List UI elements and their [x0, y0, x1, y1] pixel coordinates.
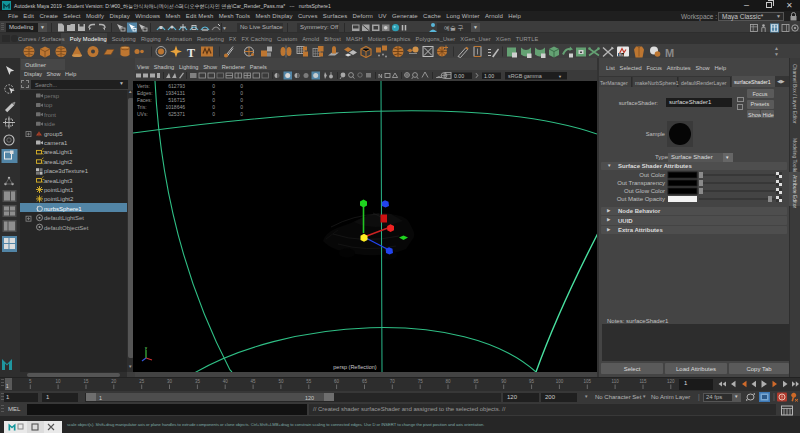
svg-text:areaLight3: areaLight3: [44, 177, 73, 183]
svg-text:110: 110: [612, 379, 620, 384]
svg-text:Out Transparency: Out Transparency: [617, 180, 665, 186]
svg-text:0: 0: [240, 104, 243, 110]
svg-text:Faces:: Faces:: [137, 97, 152, 103]
svg-text:0: 0: [212, 97, 215, 103]
svg-text:25: 25: [139, 379, 145, 384]
svg-text:side: side: [44, 121, 56, 127]
svg-text:50: 50: [278, 379, 284, 384]
svg-text:1018646: 1018646: [166, 104, 186, 110]
svg-text:5: 5: [29, 379, 32, 384]
svg-text:45: 45: [251, 379, 257, 384]
svg-text:60: 60: [334, 379, 340, 384]
svg-text:group5: group5: [44, 130, 63, 136]
svg-text:612793: 612793: [168, 83, 185, 89]
svg-text:Tris:: Tris:: [137, 104, 147, 110]
svg-text:40: 40: [223, 379, 229, 384]
svg-text:T: T: [187, 46, 195, 59]
svg-text:70: 70: [390, 379, 396, 384]
svg-text:85: 85: [473, 379, 479, 384]
svg-text:camera1: camera1: [44, 140, 68, 146]
svg-text:nurbsSphere1: nurbsSphere1: [44, 205, 82, 211]
svg-text:UVs:: UVs:: [137, 111, 148, 117]
svg-text:front: front: [44, 111, 56, 117]
svg-text:top: top: [44, 102, 53, 108]
svg-text:M: M: [665, 47, 674, 59]
svg-text:20: 20: [111, 379, 117, 384]
svg-text:55: 55: [306, 379, 312, 384]
svg-text:areaLight2: areaLight2: [44, 158, 73, 164]
svg-text:0: 0: [240, 83, 243, 89]
svg-text:▼: ▼: [222, 25, 227, 31]
svg-text:30: 30: [167, 379, 173, 384]
svg-text:sRGB gamma: sRGB gamma: [508, 73, 542, 79]
svg-text:persp (Reflection): persp (Reflection): [333, 364, 377, 370]
svg-text:90: 90: [501, 379, 507, 384]
svg-text:80: 80: [445, 379, 451, 384]
svg-text:pointLight1: pointLight1: [44, 187, 74, 193]
svg-text:0: 0: [240, 97, 243, 103]
svg-text:Out Glow Color: Out Glow Color: [624, 188, 665, 194]
svg-text:625371: 625371: [168, 111, 185, 117]
svg-text:pointLight2: pointLight2: [44, 196, 74, 202]
svg-text:0: 0: [240, 90, 243, 96]
svg-text:65: 65: [362, 379, 368, 384]
svg-text:Out Color: Out Color: [639, 172, 665, 178]
svg-text:areaLight1: areaLight1: [44, 149, 73, 155]
svg-text:100: 100: [556, 379, 564, 384]
svg-text:75: 75: [418, 379, 424, 384]
svg-text:10: 10: [56, 379, 62, 384]
svg-text:Edges:: Edges:: [137, 90, 153, 96]
svg-text:Verts:: Verts:: [137, 83, 150, 89]
svg-text:95: 95: [529, 379, 535, 384]
svg-text:▼: ▼: [558, 74, 562, 79]
svg-text:0: 0: [212, 104, 215, 110]
svg-text:115: 115: [639, 379, 647, 384]
svg-text:0: 0: [240, 111, 243, 117]
svg-text:105: 105: [584, 379, 592, 384]
svg-text:0: 0: [212, 111, 215, 117]
svg-text:120: 120: [667, 379, 675, 384]
svg-text:516715: 516715: [168, 97, 185, 103]
svg-text:defaultLightSet: defaultLightSet: [44, 215, 84, 221]
svg-text:Ma: Ma: [619, 53, 624, 57]
svg-text:0: 0: [212, 90, 215, 96]
svg-text:Out Matte Opacity: Out Matte Opacity: [617, 196, 665, 202]
svg-text:1934131: 1934131: [166, 90, 186, 96]
svg-text:15: 15: [83, 379, 89, 384]
svg-text:1.00: 1.00: [484, 73, 494, 79]
svg-text:y: y: [145, 345, 147, 350]
svg-text:defaultObjectSet: defaultObjectSet: [44, 224, 89, 230]
svg-text:persp: persp: [44, 93, 60, 99]
svg-text:35: 35: [195, 379, 201, 384]
svg-text:0.00: 0.00: [454, 73, 464, 79]
svg-text:0: 0: [212, 83, 215, 89]
svg-text:place3dTexture1: place3dTexture1: [44, 168, 89, 174]
